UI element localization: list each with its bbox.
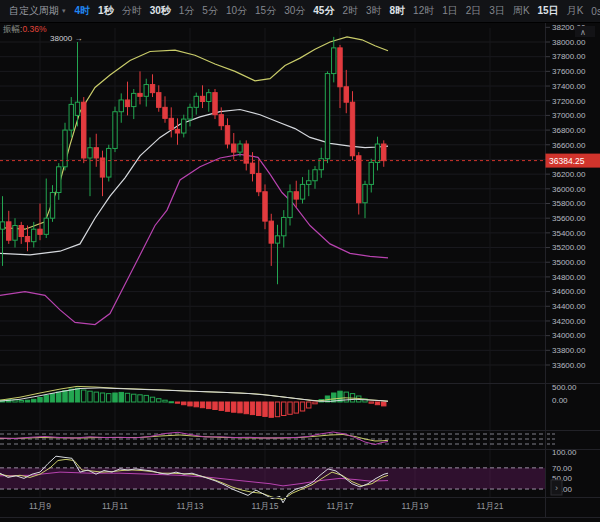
svg-text:100.00: 100.00: [552, 448, 577, 457]
svg-text:37400.00: 37400.00: [552, 82, 586, 91]
chart-toolbar: 自定义周期 ▾ 4时1秒分时30秒1分5分10分15分30分45分2时3时8时1…: [0, 0, 600, 23]
timeframe-button-3时[interactable]: 3时: [362, 4, 386, 18]
timeframe-button-1日[interactable]: 1日: [438, 4, 462, 18]
svg-text:35800.00: 35800.00: [552, 199, 586, 208]
price-alert-annotation: 38000 →: [50, 34, 82, 43]
svg-text:›: ›: [555, 483, 558, 493]
svg-text:33600.00: 33600.00: [552, 361, 586, 370]
amplitude-value: 0.36%: [22, 24, 46, 34]
timeframe-button-1秒[interactable]: 1秒: [94, 4, 118, 18]
svg-text:37000.00: 37000.00: [552, 111, 586, 120]
current-price-tag: 36384.25: [546, 154, 600, 168]
timeframe-button-4时[interactable]: 4时: [71, 4, 95, 18]
svg-text:11月21: 11月21: [477, 501, 504, 511]
amplitude-readout: 振幅:0.36%: [3, 24, 46, 36]
svg-text:11月9: 11月9: [29, 501, 51, 511]
timeframe-button-10分[interactable]: 10分: [222, 4, 251, 18]
trading-app-window: 自定义周期 ▾ 4时1秒分时30秒1分5分10分15分30分45分2时3时8时1…: [0, 0, 600, 522]
timeframe-button-12时[interactable]: 12时: [409, 4, 438, 18]
axis-collapse-caret-button[interactable]: ∧: [575, 26, 595, 37]
svg-text:38000 →: 38000 →: [50, 34, 82, 43]
timeframe-button-月K[interactable]: 月K: [563, 4, 588, 18]
timeframe-button-2日[interactable]: 2日: [462, 4, 486, 18]
svg-text:33800.00: 33800.00: [552, 346, 586, 355]
svg-text:11月15: 11月15: [252, 501, 279, 511]
svg-text:35000.00: 35000.00: [552, 258, 586, 267]
candlestick-chart-canvas[interactable]: 38200.0038000.0037800.0037600.0037400.00…: [0, 0, 600, 522]
svg-text:34200.00: 34200.00: [552, 317, 586, 326]
pane-expand-button[interactable]: ›: [551, 480, 562, 495]
svg-text:11月17: 11月17: [327, 501, 354, 511]
svg-text:34000.00: 34000.00: [552, 331, 586, 340]
svg-text:0.00: 0.00: [552, 396, 568, 405]
svg-text:11月13: 11月13: [177, 501, 204, 511]
amplitude-label: 振幅:: [3, 24, 22, 34]
timeframe-button-3日[interactable]: 3日: [485, 4, 509, 18]
svg-text:36600.00: 36600.00: [552, 141, 586, 150]
svg-text:34600.00: 34600.00: [552, 287, 586, 296]
timeframe-button-0s[interactable]: 0s: [587, 6, 600, 17]
svg-text:37800.00: 37800.00: [552, 52, 586, 61]
svg-text:36000.00: 36000.00: [552, 185, 586, 194]
timeframe-button-45分[interactable]: 45分: [309, 4, 338, 18]
timeframe-button-分时[interactable]: 分时: [118, 4, 146, 18]
svg-text:36200.00: 36200.00: [552, 170, 586, 179]
timeframe-button-2时[interactable]: 2时: [338, 4, 362, 18]
svg-text:35400.00: 35400.00: [552, 229, 586, 238]
custom-period-label: 自定义周期: [9, 4, 59, 18]
timeframe-button-15分[interactable]: 15分: [251, 4, 280, 18]
svg-text:35200.00: 35200.00: [552, 243, 586, 252]
svg-text:35600.00: 35600.00: [552, 214, 586, 223]
svg-text:38000.00: 38000.00: [552, 38, 586, 47]
chevron-down-icon: ▾: [62, 7, 66, 15]
svg-text:34800.00: 34800.00: [552, 273, 586, 282]
svg-text:500.00: 500.00: [552, 383, 577, 392]
timeframe-button-1分[interactable]: 1分: [175, 4, 199, 18]
svg-text:37200.00: 37200.00: [552, 97, 586, 106]
svg-text:11月19: 11月19: [402, 501, 429, 511]
svg-text:70.00: 70.00: [552, 464, 573, 473]
timeframe-button-30分[interactable]: 30分: [280, 4, 309, 18]
timeframe-button-5分[interactable]: 5分: [198, 4, 222, 18]
custom-period-menu[interactable]: 自定义周期 ▾: [4, 4, 71, 18]
timeframe-button-15日[interactable]: 15日: [534, 4, 563, 18]
timeframe-button-30秒[interactable]: 30秒: [146, 4, 175, 18]
svg-text:34400.00: 34400.00: [552, 302, 586, 311]
svg-text:36800.00: 36800.00: [552, 126, 586, 135]
timeframe-button-周K[interactable]: 周K: [509, 4, 534, 18]
oscillator-overbought-band: [0, 468, 545, 489]
svg-text:∧: ∧: [580, 28, 586, 37]
timeframe-list: 4时1秒分时30秒1分5分10分15分30分45分2时3时8时12时1日2日3日…: [71, 4, 600, 18]
svg-text:36384.25: 36384.25: [549, 156, 585, 166]
svg-text:11月11: 11月11: [102, 501, 128, 511]
timeframe-button-8时[interactable]: 8时: [386, 4, 410, 18]
svg-text:37600.00: 37600.00: [552, 67, 586, 76]
